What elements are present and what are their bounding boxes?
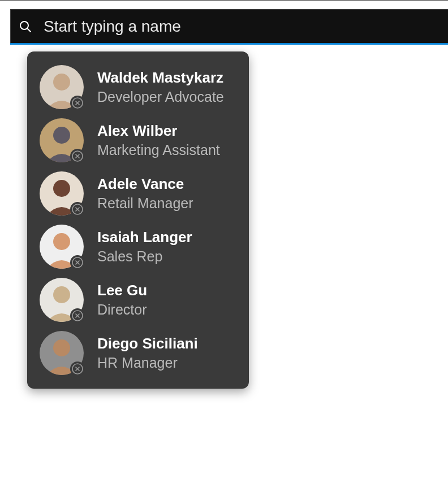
svg-point-10 — [53, 180, 70, 197]
remove-badge-icon[interactable] — [70, 255, 85, 270]
person-name: Isaiah Langer — [97, 229, 192, 246]
svg-point-18 — [53, 286, 70, 303]
search-underline — [10, 43, 448, 45]
remove-badge-icon[interactable] — [70, 202, 85, 217]
person-title: Sales Rep — [97, 248, 192, 265]
person-name: Alex Wilber — [97, 122, 220, 140]
person-item[interactable]: Adele Vance Retail Manager — [27, 167, 249, 220]
svg-line-1 — [28, 28, 31, 32]
person-name: Adele Vance — [97, 175, 193, 193]
person-item[interactable]: Waldek Mastykarz Developer Advocate — [27, 61, 249, 114]
search-bar[interactable] — [10, 9, 448, 43]
people-dropdown: Waldek Mastykarz Developer Advocate Alex… — [27, 51, 249, 389]
person-title: Developer Advocate — [97, 88, 224, 105]
svg-point-22 — [53, 339, 70, 356]
person-title: Director — [97, 301, 147, 318]
search-icon — [18, 19, 33, 35]
avatar — [40, 225, 84, 269]
person-title: Marketing Assistant — [97, 141, 220, 158]
person-item[interactable]: Lee Gu Director — [27, 273, 249, 326]
avatar — [40, 171, 84, 216]
svg-point-14 — [53, 233, 70, 250]
remove-badge-icon[interactable] — [70, 361, 85, 376]
avatar — [40, 118, 84, 162]
svg-point-2 — [53, 74, 70, 91]
person-item[interactable]: Alex Wilber Marketing Assistant — [27, 114, 249, 167]
avatar — [40, 65, 84, 109]
person-name: Diego Siciliani — [97, 335, 198, 352]
person-name: Lee Gu — [97, 282, 147, 299]
avatar — [40, 278, 84, 322]
search-input[interactable] — [33, 17, 441, 36]
remove-badge-icon[interactable] — [70, 96, 85, 110]
avatar — [40, 331, 84, 375]
svg-point-6 — [53, 127, 70, 144]
remove-badge-icon[interactable] — [70, 308, 85, 323]
person-item[interactable]: Diego Siciliani HR Manager — [27, 326, 249, 380]
remove-badge-icon[interactable] — [70, 149, 85, 163]
person-item[interactable]: Isaiah Langer Sales Rep — [27, 220, 249, 273]
person-title: Retail Manager — [97, 195, 193, 212]
person-name: Waldek Mastykarz — [97, 69, 224, 87]
person-title: HR Manager — [97, 354, 198, 371]
window-top-border — [0, 0, 448, 1]
